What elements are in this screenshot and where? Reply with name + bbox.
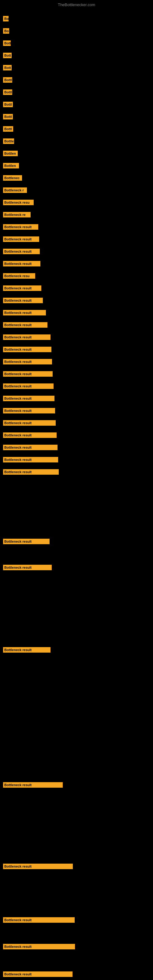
bar-label: Bottleneck result (3, 408, 55, 414)
bar-label: Bottleneck resu (3, 200, 33, 205)
bar-row: Bottlenec (0, 174, 153, 183)
bar-row: Bott (0, 39, 153, 48)
bar-label: Bottleneck result (3, 864, 73, 869)
bar-row: Bottleneck r (0, 186, 153, 196)
bar-row: Bottleneck resu (0, 272, 153, 281)
bar-label: Bottleneck result (3, 334, 51, 340)
bar-row: Bott (0, 51, 153, 60)
bar-row: Bottl (0, 76, 153, 85)
bar-label: Bottleneck result (3, 371, 53, 377)
bar-label: Bottleneck result (3, 565, 52, 570)
bar-row: Bottleneck result (0, 419, 153, 428)
bar-row: Bottleneck result (0, 781, 153, 790)
bar-row: Bottleneck result (0, 345, 153, 355)
bar-row: Bottleneck result (0, 235, 153, 244)
bar-label: Bottleneck resu (3, 273, 35, 279)
bar-row: Bottleneck result (0, 431, 153, 441)
bar-label: Bott (3, 40, 11, 46)
bar-label: Bottleneck result (3, 647, 51, 652)
bar-row: Bottleneck result (0, 407, 153, 416)
bar-row: Bottleneck result (0, 382, 153, 391)
bar-label: Bottl (3, 114, 13, 119)
bar-label: Bottl (3, 102, 13, 107)
bar-row: Bottleneck result (0, 970, 153, 979)
bar-label: Bottle (3, 138, 14, 144)
bar-row: Bo (0, 27, 153, 36)
bar-label: Bo (3, 16, 9, 21)
bar-row: Bottleneck result (0, 862, 153, 872)
bar-row: Bottleneck result (0, 943, 153, 952)
bar-label: Bottleneck result (3, 917, 75, 923)
bar-row: Bottleneck result (0, 333, 153, 342)
bar-label: Bottleneck result (3, 782, 63, 788)
bar-row: Bottl (0, 88, 153, 97)
bar-label: Bottleneck result (3, 298, 43, 303)
bar-row: Bottleneck result (0, 538, 153, 547)
bar-row: Bott (0, 64, 153, 73)
bar-row: Bottleneck result (0, 444, 153, 453)
bar-label: Bottleneck re (3, 212, 30, 218)
bar-row: Bottleneck result (0, 247, 153, 257)
bar-label: Bottleneck result (3, 236, 39, 242)
bar-row: Bottlen (0, 162, 153, 171)
bar-row: Bottleneck result (0, 321, 153, 330)
bar-label: Bottleneck result (3, 249, 40, 254)
bar-row: Bottleneck result (0, 916, 153, 925)
bar-row: Bottleneck result (0, 309, 153, 318)
bar-label: Bottleneck result (3, 383, 54, 389)
bar-label: Bott (3, 52, 12, 58)
site-title: TheBottlenecker.com (0, 0, 153, 8)
bar-row: Bottleneck resu (0, 199, 153, 208)
bar-row: Bottleneck result (0, 468, 153, 477)
bar-label: Bottlen (3, 163, 19, 169)
bar-label: Bottleneck result (3, 285, 41, 291)
bar-row: Bottl (0, 113, 153, 122)
bar-row: Bottleneck result (0, 456, 153, 465)
bar-label: Bottleneck result (3, 396, 54, 401)
bar-label: Bottleneck result (3, 347, 51, 352)
bar-label: Bottl (3, 89, 12, 95)
bar-row: Bottlen (0, 150, 153, 159)
bar-label: Bottleneck result (3, 457, 58, 463)
bar-label: Bottleneck result (3, 224, 38, 230)
bar-label: Bo (3, 28, 9, 34)
bar-label: Bottleneck result (3, 539, 49, 544)
bar-label: Bottl (3, 126, 13, 132)
bar-row: Bottleneck re (0, 211, 153, 220)
bar-row: Bo (0, 15, 153, 24)
bar-row: Bottleneck result (0, 563, 153, 573)
bar-row: Bottl (0, 100, 153, 110)
bar-row: Bottleneck result (0, 370, 153, 379)
bar-label: Bottleneck result (3, 971, 73, 977)
bar-label: Bottleneck result (3, 322, 48, 328)
bar-row: Bottleneck result (0, 395, 153, 404)
bar-label: Bottlen (3, 151, 18, 156)
bar-row: Bottleneck result (0, 223, 153, 232)
bar-label: Bott (3, 65, 12, 70)
bar-row: Bottleneck result (0, 358, 153, 367)
bar-row: Bottleneck result (0, 296, 153, 305)
bar-row: Bottleneck result (0, 646, 153, 655)
bar-label: Bottleneck result (3, 359, 52, 364)
bar-label: Bottleneck result (3, 469, 59, 475)
bar-label: Bottlenec (3, 175, 22, 181)
bar-label: Bottleneck result (3, 433, 57, 438)
bar-label: Bottleneck result (3, 310, 46, 315)
bar-label: Bottl (3, 77, 12, 83)
bar-label: Bottleneck r (3, 188, 27, 193)
bar-row: Bottleneck result (0, 284, 153, 293)
bar-row: Bottle (0, 137, 153, 146)
bar-label: Bottleneck result (3, 445, 57, 450)
bar-row: Bottleneck result (0, 260, 153, 269)
bar-label: Bottleneck result (3, 261, 40, 266)
bar-label: Bottleneck result (3, 944, 75, 950)
bar-row: Bottl (0, 125, 153, 134)
bar-label: Bottleneck result (3, 420, 56, 426)
